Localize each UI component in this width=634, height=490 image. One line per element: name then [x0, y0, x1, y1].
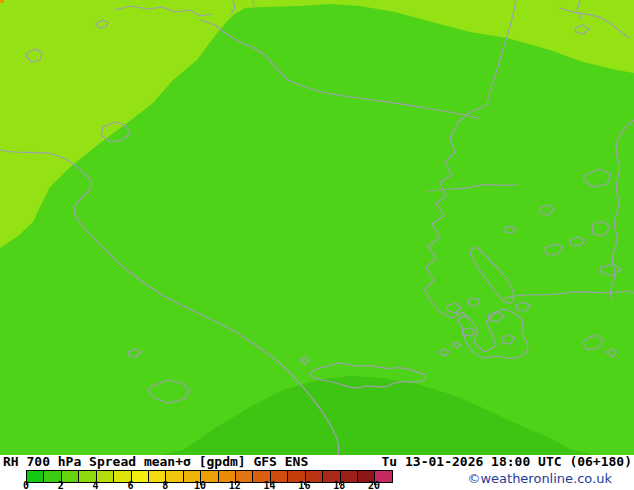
coastline-path [438, 349, 449, 356]
tick-label: 4 [93, 481, 99, 490]
coastline-path [516, 302, 530, 311]
coastline-path [505, 291, 634, 298]
coastline-path [570, 237, 585, 246]
copyright-text: ©weatheronline.co.uk [467, 471, 612, 487]
coastline-path [502, 335, 515, 344]
tick-label: 2 [58, 481, 64, 490]
coastline-path [592, 221, 610, 236]
coastline-path [583, 335, 603, 350]
coastline-path [505, 226, 516, 233]
dome-spread-region [160, 376, 595, 455]
coastline-path [545, 244, 563, 255]
bright-spread-region [0, 0, 634, 248]
coastline-path [447, 303, 461, 313]
coastline-path [470, 248, 513, 303]
coastline-path [452, 342, 461, 348]
caption-datetime-text: Tu 13-01-2026 18:00 UTC (06+180) [382, 455, 632, 469]
colorbar-cell [62, 471, 79, 482]
tick-label: 8 [162, 481, 168, 490]
coastline-path [606, 349, 617, 357]
tick-label: 6 [127, 481, 133, 490]
tick-label: 20 [368, 481, 380, 490]
coastline-path [600, 264, 621, 276]
colorbar-cell [27, 471, 44, 482]
tick-label: 10 [194, 481, 206, 490]
tick-label: 12 [229, 481, 241, 490]
weather-map-screenshot: RH 700 hPa Spread mean+σ [gpdm] GFS ENS … [0, 0, 634, 490]
coastline-path [540, 205, 554, 215]
corner-orange-pixel [0, 0, 4, 3]
tick-label: 18 [333, 481, 345, 490]
map-canvas [0, 0, 634, 455]
caption-line: RH 700 hPa Spread mean+σ [gpdm] GFS ENS … [3, 455, 632, 469]
tick-label: 0 [23, 481, 29, 490]
coastline-path [610, 120, 634, 300]
tick-label: 14 [264, 481, 276, 490]
coastline-path [300, 357, 309, 364]
coastline-path [128, 349, 141, 357]
colorbar-cell [97, 471, 114, 482]
caption-parameter-text: RH 700 hPa Spread mean+σ [gpdm] GFS ENS [3, 455, 308, 469]
tick-label: 16 [298, 481, 310, 490]
coastline-path [288, 80, 480, 119]
coastline-path [583, 169, 611, 187]
map-layers [0, 0, 634, 455]
colorbar-cell [166, 471, 183, 482]
legend-strip: RH 700 hPa Spread mean+σ [gpdm] GFS ENS … [0, 455, 634, 490]
colorbar-cell [132, 471, 149, 482]
coastline-path [424, 105, 496, 352]
coastline-path [468, 298, 480, 306]
coastline-path [148, 380, 190, 403]
coastline-path [458, 310, 527, 359]
